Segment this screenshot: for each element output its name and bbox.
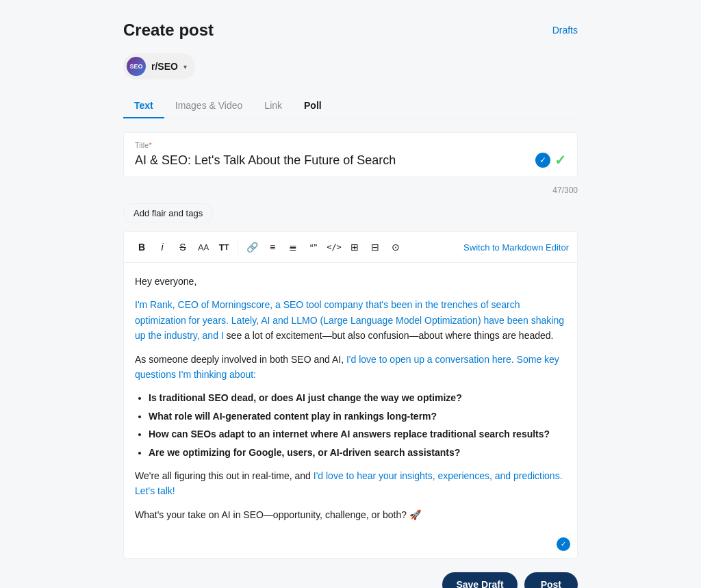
editor-content[interactable]: Hey everyone, I'm Rank, CEO of Morningsc…	[124, 263, 577, 558]
title-label: Title*	[135, 141, 566, 149]
toolbar-separator-1	[238, 240, 238, 254]
blockquote-button[interactable]: “”	[304, 238, 323, 257]
title-valid-icon: ✓	[555, 152, 566, 168]
flair-button[interactable]: Add flair and tags	[123, 203, 213, 223]
tab-poll[interactable]: Poll	[293, 93, 333, 118]
title-section: Title* AI & SEO: Let's Talk About the Fu…	[123, 132, 578, 177]
community-name: r/SEO	[151, 61, 178, 72]
link-button[interactable]: 🔗	[242, 238, 262, 257]
post-button[interactable]: Post	[524, 572, 578, 588]
community-selector[interactable]: SEO r/SEO ▾	[123, 53, 195, 79]
title-check-icon: ✓	[535, 153, 550, 168]
page-header: Create post Drafts	[123, 0, 578, 53]
bullet-list-button[interactable]: ≡	[263, 238, 282, 257]
bold-button[interactable]: B	[132, 238, 151, 257]
save-draft-button[interactable]: Save Draft	[442, 572, 517, 588]
char-count: 47/300	[123, 186, 578, 195]
editor-container: B i S AA TT 🔗 ≡ ≣ “” </> ⊞ ⊟ ⊙ Switch to…	[123, 231, 578, 559]
heading-button[interactable]: TT	[214, 238, 233, 257]
font-size-button[interactable]: AA	[194, 238, 213, 257]
post-type-tabs: Text Images & Video Link Poll	[123, 93, 578, 118]
tab-images-video[interactable]: Images & Video	[164, 93, 254, 118]
markdown-switch-button[interactable]: Switch to Markdown Editor	[463, 242, 569, 253]
title-input-row: AI & SEO: Let's Talk About the Future of…	[135, 152, 566, 168]
table-button-1[interactable]: ⊞	[345, 238, 364, 257]
italic-button[interactable]: i	[153, 238, 172, 257]
para-intro: I'm Rank, CEO of Morningscore, a SEO too…	[135, 297, 566, 343]
spoiler-button[interactable]: ⊙	[386, 238, 405, 257]
editor-check-icon: ✓	[557, 537, 570, 551]
title-icons: ✓ ✓	[535, 152, 566, 168]
tab-text[interactable]: Text	[123, 93, 164, 118]
table-button-2[interactable]: ⊟	[366, 238, 385, 257]
para-question: What's your take on AI in SEO—opportunit…	[135, 507, 566, 522]
para-questions-intro: As someone deeply involved in both SEO a…	[135, 352, 566, 383]
page-title: Create post	[123, 21, 214, 40]
para-cta: We're all figuring this out in real-time…	[135, 468, 566, 499]
community-avatar: SEO	[127, 57, 146, 76]
editor-toolbar: B i S AA TT 🔗 ≡ ≣ “” </> ⊞ ⊟ ⊙ Switch to…	[124, 232, 577, 263]
strikethrough-button[interactable]: S	[173, 238, 192, 257]
numbered-list-button[interactable]: ≣	[283, 238, 303, 257]
questions-list: Is traditional SEO dead, or does AI just…	[149, 390, 566, 460]
chevron-down-icon: ▾	[183, 63, 187, 71]
title-input[interactable]: AI & SEO: Let's Talk About the Future of…	[135, 153, 535, 168]
tab-link[interactable]: Link	[253, 93, 293, 118]
drafts-link[interactable]: Drafts	[552, 25, 578, 36]
para-greeting: Hey everyone,	[135, 274, 566, 289]
footer-actions: Save Draft Post	[123, 559, 578, 588]
code-button[interactable]: </>	[324, 238, 344, 257]
